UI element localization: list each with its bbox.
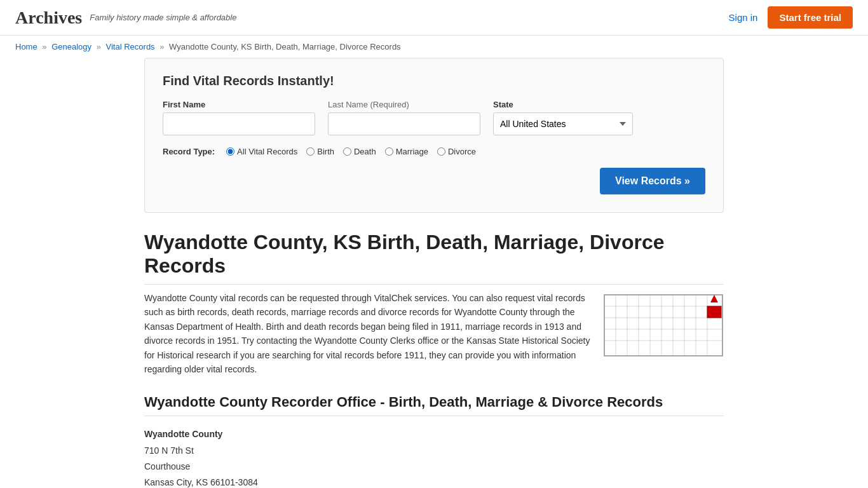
site-tagline: Family history made simple & affordable [90,13,236,22]
breadcrumb-genealogy[interactable]: Genealogy [51,42,92,51]
state-select[interactable]: All United States Alabama Alaska Arizona… [493,112,633,135]
site-header: Archives Family history made simple & af… [0,0,868,36]
view-records-row: View Records » [163,168,705,194]
first-name-input[interactable] [163,112,315,135]
start-trial-button[interactable]: Start free trial [768,6,853,29]
site-logo: Archives [15,8,82,28]
record-type-label: Record Type: [163,147,215,156]
breadcrumb-vital-records[interactable]: Vital Records [106,42,155,51]
record-type-row: Record Type: All Vital Records Birth Dea… [163,147,705,156]
radio-birth[interactable]: Birth [306,147,334,156]
search-fields: First Name Last Name (Required) State Al… [163,100,705,135]
search-title: Find Vital Records Instantly! [163,74,705,88]
office-name: Wyandotte County [144,429,222,439]
breadcrumb-sep-1: » [42,42,46,51]
radio-group: All Vital Records Birth Death Marriage D… [226,147,476,156]
page-title: Wyandotte County, KS Birth, Death, Marri… [144,231,724,285]
body-text: Wyandotte County vital records can be re… [144,291,590,376]
main-content: Find Vital Records Instantly! First Name… [129,58,739,488]
breadcrumb-current: Wyandotte County, KS Birth, Death, Marri… [169,42,401,51]
radio-all-vital-records[interactable]: All Vital Records [226,147,297,156]
address-line2: Courthouse [144,459,724,475]
first-name-label: First Name [163,100,315,109]
breadcrumb-home[interactable]: Home [15,42,37,51]
sign-in-link[interactable]: Sign in [729,12,758,23]
last-name-label: Last Name (Required) [328,100,480,109]
section2-title: Wyandotte County Recorder Office - Birth… [144,394,724,416]
state-group: State All United States Alabama Alaska A… [493,100,633,135]
radio-death[interactable]: Death [343,147,376,156]
radio-divorce[interactable]: Divorce [437,147,476,156]
first-name-group: First Name [163,100,315,135]
search-box: Find Vital Records Instantly! First Name… [144,58,724,213]
address-line1: 710 N 7th St [144,443,724,459]
radio-marriage[interactable]: Marriage [385,147,428,156]
svg-marker-15 [710,295,718,302]
last-name-input[interactable] [328,112,480,135]
header-logo-area: Archives Family history made simple & af… [15,8,236,28]
breadcrumb: Home » Genealogy » Vital Records » Wyand… [0,36,868,58]
kansas-map [603,294,724,357]
svg-rect-14 [707,306,721,318]
svg-rect-0 [604,295,722,356]
view-records-button[interactable]: View Records » [600,168,705,194]
header-actions: Sign in Start free trial [729,6,853,29]
state-label: State [493,100,633,109]
content-section: Wyandotte County vital records can be re… [144,291,724,376]
breadcrumb-sep-3: » [159,42,164,51]
last-name-group: Last Name (Required) [328,100,480,135]
city-state-zip: Kansas City, KS 66101-3084 [144,475,724,488]
breadcrumb-sep-2: » [97,42,101,51]
office-info: Wyandotte County 710 N 7th St Courthouse… [144,426,724,488]
